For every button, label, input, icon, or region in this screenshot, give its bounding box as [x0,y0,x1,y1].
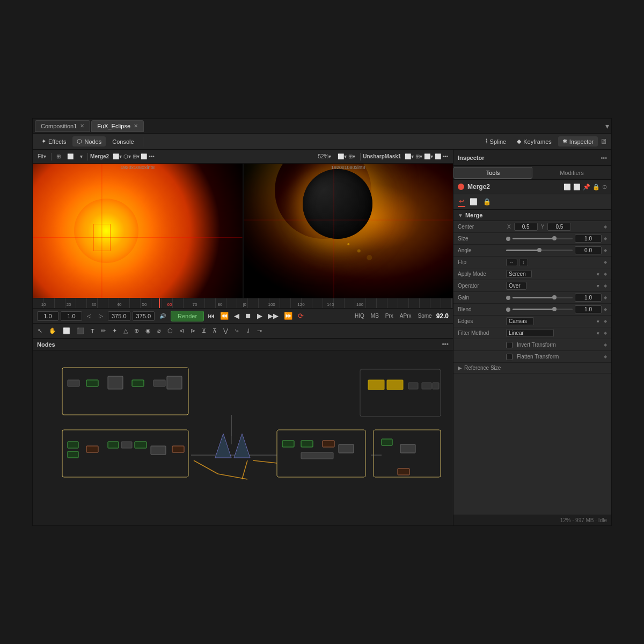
spline-button[interactable]: ⌇ Spline [481,136,511,147]
transport-play[interactable]: ▶ [255,312,264,320]
hiq-btn[interactable]: HIQ [353,312,367,319]
center-keyframe-diamond[interactable]: ◆ [604,224,607,229]
tool-pan[interactable]: ✋ [46,326,59,335]
prx-btn[interactable]: Prx [383,312,396,319]
flip-keyframe-diamond[interactable]: ◆ [604,260,607,265]
edges-select[interactable]: Canvas Wrap Duplicate Black [506,317,534,325]
vt-zoom-options[interactable]: ⬜▾ ⊞▾ [335,152,358,160]
inspector-button[interactable]: ✱ Inspector [558,136,598,147]
apply-mode-keyframe-diamond[interactable]: ◆ [604,272,607,276]
tab-composition1-close[interactable]: ✕ [80,123,84,129]
inspector-options-icon[interactable]: ••• [601,155,607,161]
blend-slider-handle[interactable] [552,307,557,311]
vt-zoom-level[interactable]: 52%▾ [315,152,334,160]
keyframes-button[interactable]: ◆ Keyframes [513,136,556,147]
viewer-pane-left[interactable]: 1920x1080xint8 [33,164,243,298]
center-x-input[interactable] [514,223,538,231]
vt-view-icon[interactable]: ⬜ [64,152,76,160]
node-square-icon[interactable]: ⬜ [564,184,571,191]
invert-transform-checkbox[interactable] [506,342,513,348]
transport-stop[interactable]: ⏹ [243,312,253,320]
node-pin-icon[interactable]: 📌 [583,184,590,191]
ist-viewer-btn[interactable]: ↩ [458,196,465,207]
vt-right-options[interactable]: ⬜▾ ⊞▾ ⬜▾ ⬜ ••• [402,152,451,160]
transport-next-frame[interactable]: ▷ [96,312,106,320]
tab-modifiers[interactable]: Modifiers [532,167,611,179]
vt-grid-icon[interactable]: ⊞ [54,152,63,160]
tool-misc8[interactable]: ⊸ [254,326,265,335]
tool-poly[interactable]: △ [121,326,130,335]
ist-lock-btn[interactable]: 🔒 [482,197,492,207]
tool-misc2[interactable]: ⊳ [188,326,198,335]
node-menu-icon[interactable]: ⊙ [602,184,607,191]
prop-reference-size[interactable]: ▶ Reference Size [453,363,611,374]
gain-slider[interactable] [513,297,573,298]
nodes-menu-icon[interactable]: ••• [442,341,449,348]
tool-misc1[interactable]: ⊲ [177,326,187,335]
transport-time[interactable]: 375.0 [108,311,130,321]
size-slider-handle[interactable] [552,236,557,240]
nodes-canvas[interactable] [33,350,453,525]
angle-slider-handle[interactable] [537,248,541,252]
viewer-pane-right[interactable]: 1920x1080xint8 [243,164,453,298]
effects-button[interactable]: ✦ Effects [37,136,70,147]
center-y-input[interactable] [547,223,571,231]
operator-keyframe-diamond[interactable]: ◆ [604,283,607,288]
transport-prev-frame[interactable]: ◁ [84,312,94,320]
flip-h-button[interactable]: ↔ [506,259,517,266]
tool-text[interactable]: T [88,327,97,335]
tool-misc5[interactable]: ⋁ [221,326,231,335]
tool-misc7[interactable]: ⤸ [243,326,253,335]
tool-rect[interactable]: ⬛ [74,326,87,335]
transport-end-time[interactable]: 375.0 [133,311,155,321]
tool-pointer[interactable]: ↖ [35,326,45,335]
section-merge-header[interactable]: ▼ Merge [453,210,611,221]
some-btn[interactable]: Some [416,312,434,319]
transport-step-fwd2[interactable]: ⏩ [282,312,294,320]
node-copy-icon[interactable]: ⬜ [573,184,581,191]
transport-step-fwd[interactable]: ▶▶ [266,312,280,320]
tab-fux-eclipse-close[interactable]: ✕ [134,123,138,129]
console-button[interactable]: Console [108,137,138,147]
flatten-transform-diamond[interactable]: ◆ [604,354,607,359]
blend-input[interactable] [575,305,602,313]
operator-select[interactable]: Over Under In Out [506,282,526,290]
transport-val2[interactable]: 1.0 [61,311,82,321]
filter-method-select[interactable]: Linear Nearest Neighbor Bicubic Catmull-… [506,329,554,337]
vt-chevron-icon[interactable]: ▾ [77,152,85,160]
tool-misc6[interactable]: ⤷ [232,326,242,335]
transport-audio[interactable]: 🔊 [157,312,169,320]
transport-step-back2[interactable]: ◀ [232,312,241,320]
render-button[interactable]: Render [171,311,204,321]
tool-zoom[interactable]: ⬜ [60,326,73,335]
fit-dropdown[interactable]: Fit▾ [35,152,49,160]
apply-mode-select[interactable]: Screen Normal Dissolve Multiply Overlay [506,270,532,278]
blend-keyframe-diamond[interactable]: ◆ [604,307,607,312]
invert-transform-diamond[interactable]: ◆ [604,342,607,347]
tab-composition1[interactable]: Composition1 ✕ [35,120,90,132]
inspector-scroll[interactable]: ▼ Merge Center X Y ◆ [453,210,611,515]
angle-keyframe-diamond[interactable]: ◆ [604,248,607,253]
flatten-transform-checkbox[interactable] [506,354,513,360]
mb-btn[interactable]: MB [369,312,381,319]
transport-go-start[interactable]: ⏮ [206,312,216,320]
tab-fux-eclipse[interactable]: FuX_Eclipse ✕ [91,120,144,132]
size-input[interactable] [575,235,602,243]
tool-particle[interactable]: ✦ [109,326,120,335]
tool-misc4[interactable]: ⊼ [210,326,219,335]
nodes-button[interactable]: ⬡ Nodes [72,136,106,147]
gain-slider-handle[interactable] [552,295,557,299]
tab-expand-icon[interactable]: ▾ [605,122,609,130]
size-keyframe-diamond[interactable]: ◆ [604,236,607,241]
ist-copy-btn[interactable]: ⬜ [469,197,479,207]
transport-step-back[interactable]: ⏪ [218,312,230,320]
tab-tools[interactable]: Tools [453,167,532,179]
tool-tracker[interactable]: ⊕ [131,326,142,335]
timeline[interactable]: 10 20 30 40 50 60 70 80 |0 100 120 140 1… [33,298,453,309]
filter-method-keyframe-diamond[interactable]: ◆ [604,331,607,335]
node-lock-icon[interactable]: 🔒 [592,184,600,191]
angle-input[interactable] [575,246,602,254]
tool-warp[interactable]: ⌀ [155,326,164,335]
tool-paint[interactable]: ✏ [98,326,108,335]
transport-loop[interactable]: ⟳ [296,312,305,320]
